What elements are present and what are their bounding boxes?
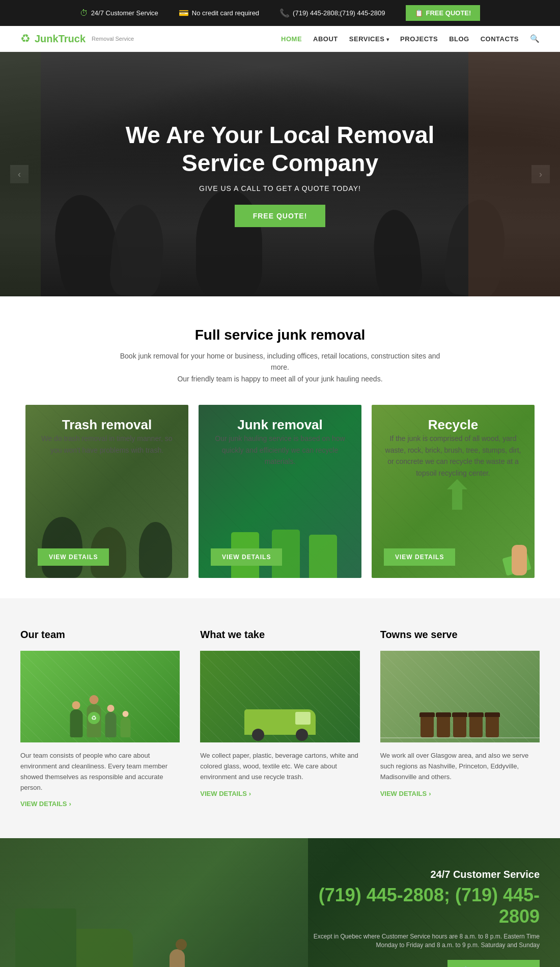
junk-view-details-button[interactable]: VIEW DETAILS [211,548,282,566]
trash-card-desc: We do trash removal in timely manner, so… [38,433,176,456]
what-we-take-col: What we take We collect paper, plastic, … [200,629,359,808]
trash-card-content: Trash removal We do trash removal in tim… [25,405,188,578]
what-we-take-heading: What we take [200,629,359,641]
services-heading: Full service junk removal [20,327,540,343]
nav-services[interactable]: SERVICES [349,35,389,43]
search-icon[interactable]: 🔍 [530,34,540,43]
what-we-take-description: We collect paper, plastic, beverage cart… [200,751,359,782]
team-description: Our team consists of people who care abo… [20,751,180,793]
nav-blog[interactable]: BLOG [449,35,469,43]
clock-icon: ⏱ [80,9,88,18]
cta-free-quote-button[interactable]: 📋 FREE QUOTE! [447,960,540,967]
hero-content: We Are Your Local Removal Service Compan… [102,121,458,227]
quote-icon-top: 📋 [415,9,423,17]
team-view-details-link[interactable]: VIEW DETAILS [20,800,180,808]
logo-text: JunkTruck [35,33,86,45]
cta-left-image [0,838,308,967]
towns-view-details-link[interactable]: VIEW DETAILS [380,790,540,797]
hero-section: We Are Your Local Removal Service Compan… [0,52,560,296]
trash-card-top: Trash removal We do trash removal in tim… [38,417,176,476]
hero-free-quote-button[interactable]: FREE QUOTE! [235,205,326,227]
our-team-col: Our team ♻ [20,629,180,808]
what-we-take-view-details-link[interactable]: VIEW DETAILS [200,790,359,797]
trash-removal-card: Trash removal We do trash removal in tim… [25,405,188,578]
towns-heading: Towns we serve [380,629,540,641]
junk-card-top: Junk removal Our junk hauling service is… [211,417,349,487]
nav-home[interactable]: HOME [281,35,302,43]
team-image: ♻ [20,651,180,742]
cta-title: 24/7 Customer Service [311,869,540,880]
trash-view-details-button[interactable]: VIEW DETAILS [38,548,109,566]
phone-icon: 📞 [279,8,290,18]
nav-projects[interactable]: PROJECTS [400,35,438,43]
trash-card-title: Trash removal [38,417,176,433]
customer-service-label: 24/7 Customer Service [91,9,158,17]
no-card-item: 💳 No credit card required [179,8,259,18]
hero-heading: We Are Your Local Removal Service Compan… [102,121,458,177]
cta-truck-scene [0,838,308,967]
towns-description: We work all over Glasgow area, and also … [380,751,540,782]
logo-icon: ♻ [20,32,31,45]
cta-phone: (719) 445-2808; (719) 445-2809 [311,885,540,927]
no-card-label: No credit card required [192,9,259,17]
logo-subtitle: Removal Service [92,36,134,42]
junk-card-content: Junk removal Our junk hauling service is… [199,405,361,578]
logo-truck: Truck [59,33,86,44]
free-quote-button-top[interactable]: 📋 FREE QUOTE! [406,5,481,21]
team-silhouettes: ♻ [70,704,130,737]
site-header: ♻ JunkTruck Removal Service HOME ABOUT S… [0,26,560,52]
cta-banner: 24/7 Customer Service (719) 445-2808; (7… [0,838,560,967]
recycle-view-details-button[interactable]: VIEW DETAILS [384,548,455,566]
truck-image [200,651,359,742]
nav-about[interactable]: ABOUT [313,35,338,43]
truck-silhouette [244,709,316,735]
hero-subtitle: GIVE US A CALL TO GET A QUOTE TODAY! [102,184,458,192]
phone-item: 📞 (719) 445-2808;(719) 445-2809 [279,8,385,18]
service-cards: Trash removal We do trash removal in tim… [20,405,540,578]
recycle-card-content: Recycle If the junk is comprised of all … [372,405,535,578]
cta-content: 24/7 Customer Service (719) 445-2808; (7… [311,869,540,967]
logo-junk: Junk [35,33,59,44]
towns-we-serve-col: Towns we serve [380,629,540,808]
bins-silhouette [421,716,499,737]
recycle-card-top: Recycle If the junk is comprised of all … [384,417,522,499]
recycle-card: Recycle If the junk is comprised of all … [372,405,535,578]
card-icon: 💳 [179,8,189,18]
recycle-card-title: Recycle [384,417,522,433]
services-description: Book junk removal for your home or busin… [115,350,445,384]
our-team-heading: Our team [20,629,180,641]
recycle-card-desc: If the junk is comprised of all wood, ya… [384,433,522,479]
nav-contacts[interactable]: CONTACTS [481,35,519,43]
logo: ♻ JunkTruck Removal Service [20,32,134,45]
top-bar: ⏱ 24/7 Customer Service 💳 No credit card… [0,0,560,26]
main-nav: HOME ABOUT SERVICES PROJECTS BLOG CONTAC… [281,34,540,43]
info-cols: Our team ♻ [20,629,540,808]
junk-card-desc: Our junk hauling service is based on how… [211,433,349,467]
phone-label: (719) 445-2808;(719) 445-2809 [293,9,385,17]
junk-card-title: Junk removal [211,417,349,433]
cta-note: Except in Quebec where Customer Service … [311,932,540,950]
info-section: Our team ♻ [0,598,560,838]
towns-image [380,651,540,742]
customer-service-item: ⏱ 24/7 Customer Service [80,9,158,18]
junk-removal-card: Junk removal Our junk hauling service is… [199,405,361,578]
services-section: Full service junk removal Book junk remo… [0,296,560,598]
